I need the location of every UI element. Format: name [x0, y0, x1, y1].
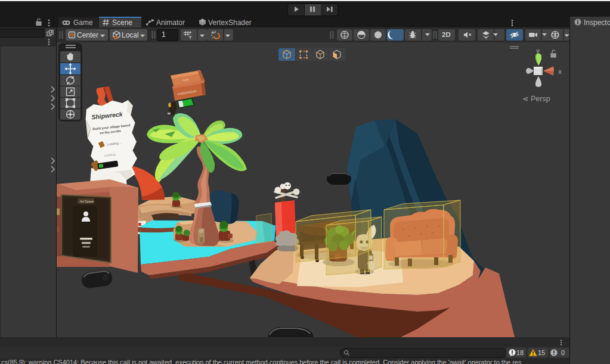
svg-text:Axl Spawn: Axl Spawn: [80, 200, 94, 203]
svg-text:y: y: [536, 48, 540, 54]
svg-text:x: x: [558, 68, 562, 75]
